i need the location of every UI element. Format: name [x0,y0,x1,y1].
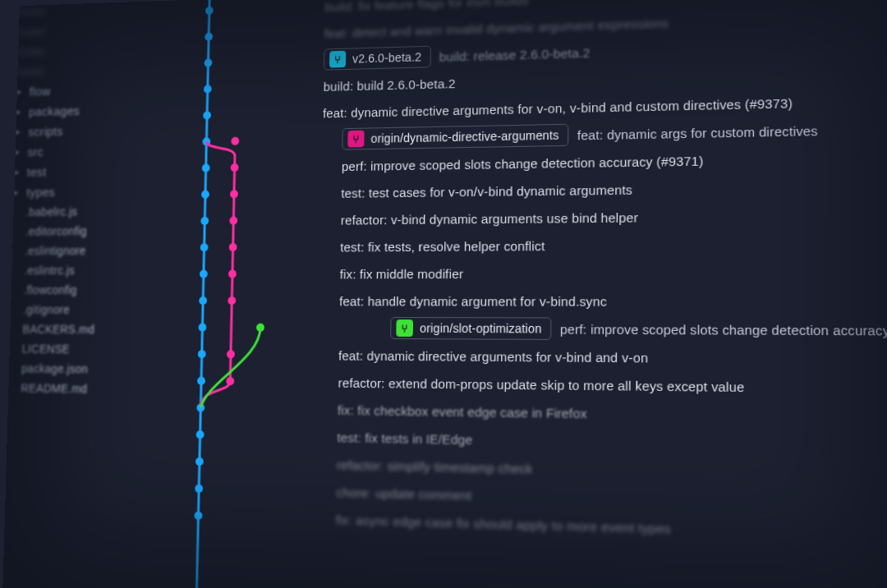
commit-graph [167,0,317,588]
commit-message: refactor: extend dom-props update skip t… [338,375,744,394]
tree-label: src [27,145,44,158]
svg-point-28 [228,269,237,278]
commit-message: perf: improve scoped slots change detect… [342,153,704,172]
tree-label: types [26,185,55,199]
branch-label: origin/slot-optimization [420,321,542,335]
tree-file[interactable]: .babelrc.js [2,200,173,222]
commit-message: feat: dynamic directive arguments for v-… [338,348,648,365]
commit-message: feat: dynamic args for custom directives [577,123,818,142]
chevron-right-icon: ▸ [15,167,23,177]
branch-icon: ⑂ [347,131,364,148]
commit-message: build: fix feature flags for esm builds [324,0,529,14]
svg-point-4 [205,58,213,67]
commit-message: chore: update comment [336,485,471,503]
svg-point-13 [199,296,207,305]
commit-message: test: fix tests, resolve helper conflict [340,238,545,254]
svg-point-18 [196,430,205,439]
tree-label: test [27,165,47,179]
commit-message: perf: improve scoped slots change detect… [560,321,887,338]
tree-folder[interactable]: ▸test [2,159,174,182]
commit-message: feat: handle dynamic argument for v-bind… [339,293,607,308]
commit-list[interactable]: build: build 2.6.0-beta.2build: fix feat… [306,0,887,588]
svg-point-14 [198,323,206,331]
svg-point-16 [197,377,205,385]
history-panel: build: build 2.6.0-beta.2build: fix feat… [167,0,887,588]
commit-row[interactable]: feat: handle dynamic argument for v-bind… [311,287,887,315]
chevron-right-icon: ▸ [17,86,25,97]
svg-point-11 [200,243,209,251]
tree-file[interactable]: .eslintrc.js [2,260,172,281]
file-tree[interactable]: ▸folder▸folder▸folder▸folder▸folder▸flow… [2,0,182,588]
tree-folder[interactable]: ▸types [2,180,173,202]
tree-label: scripts [28,124,63,139]
svg-point-20 [195,485,203,494]
branch-tag[interactable]: ⑂origin/slot-optimization [390,317,551,340]
tree-file[interactable]: .editorconfig [2,220,172,241]
svg-point-23 [231,137,239,145]
commit-row[interactable]: test: fix tests, resolve helper conflict [312,229,887,260]
svg-point-12 [200,270,208,278]
chevron-right-icon: ▸ [14,187,22,198]
tree-file[interactable]: LICENSE [2,339,170,360]
svg-point-25 [230,190,238,198]
tree-label: packages [29,103,80,118]
tree-folder[interactable]: ▸src [2,139,175,162]
tree-label: flow [29,84,50,98]
svg-point-21 [194,512,202,521]
svg-point-30 [227,350,235,358]
commit-row[interactable]: refactor: v-bind dynamic arguments use b… [313,200,887,233]
commit-message: test: test cases for v-on/v-bind dynamic… [341,181,632,200]
chevron-right-icon: ▸ [16,107,25,117]
commit-message: test: fix tests in IE/Edge [337,430,472,447]
svg-line-22 [230,156,235,381]
svg-point-3 [205,33,213,41]
tree-file[interactable]: .flowconfig [2,280,172,300]
app-root: ▸folder▸folder▸folder▸folder▸folder▸flow… [2,0,887,588]
commit-message: build: build 2.6.0-beta.2 [324,76,456,93]
commit-message: fix: fix middle modifier [340,266,464,281]
branch-icon: ⑂ [396,319,413,337]
commit-message: refactor: simplify timestamp check [337,457,533,476]
svg-point-26 [229,217,237,225]
svg-point-29 [227,296,236,305]
commit-message: fix: fix checkbox event edge case in Fir… [338,402,587,420]
branch-tag[interactable]: ⑂v2.6.0-beta.2 [324,46,431,71]
commit-message: feat: dynamic directive arguments for v-… [323,95,793,120]
svg-point-15 [198,350,206,358]
branch-label: origin/dynamic-directive-arguments [370,128,558,145]
branch-icon: ⑂ [329,51,346,68]
chevron-right-icon: ▸ [16,126,24,137]
svg-point-19 [195,457,204,466]
commit-row[interactable]: fix: fix middle modifier [311,258,887,287]
svg-point-5 [204,85,212,93]
svg-point-9 [201,191,209,199]
svg-point-2 [205,7,214,15]
commit-message: refactor: v-bind dynamic arguments use b… [341,209,638,227]
commit-row[interactable]: ⑂origin/slot-optimization perf: improve … [310,315,887,345]
branch-tag[interactable]: ⑂origin/dynamic-directive-arguments [342,124,568,150]
svg-point-10 [200,217,209,225]
svg-point-6 [203,111,211,119]
svg-point-27 [229,243,237,251]
commit-message: feat: detect and warn invalid dynamic ar… [324,15,669,40]
svg-point-24 [231,163,239,172]
commit-message: build: release 2.6.0-beta.2 [439,45,590,64]
tree-file[interactable]: .gitignore [2,300,171,319]
commit-message: fix: async edge case fix should apply to… [336,512,671,535]
tree-file[interactable]: package.json [2,358,169,379]
tree-file[interactable]: README.md [2,378,169,400]
chevron-right-icon: ▸ [16,147,24,158]
branch-label: v2.6.0-beta.2 [352,50,421,66]
tree-file[interactable]: BACKERS.md [2,319,171,340]
svg-point-8 [202,163,210,172]
tree-file[interactable]: .eslintignore [2,240,172,260]
